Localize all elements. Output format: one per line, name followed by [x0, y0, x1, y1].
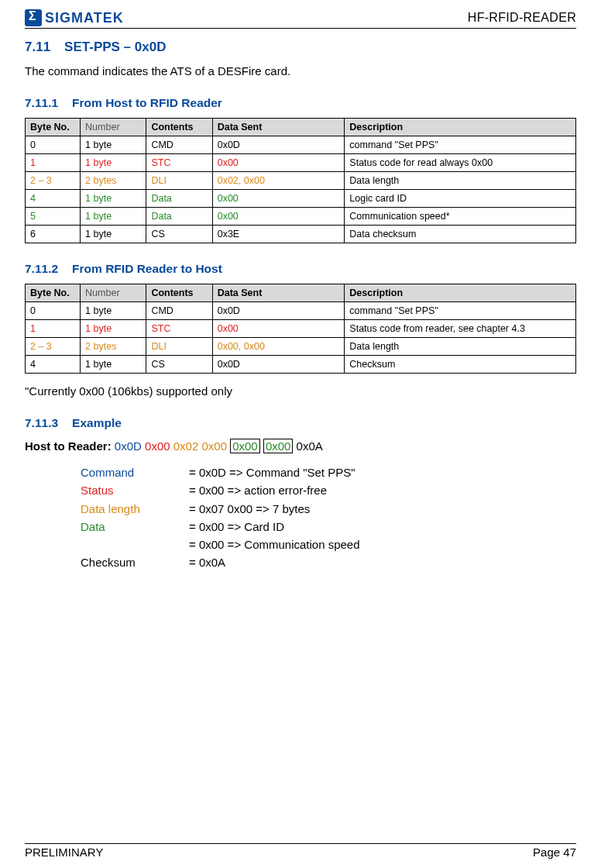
cell-bn: 5	[26, 208, 81, 226]
table-row: 41 byteCS0x0DChecksum	[26, 356, 576, 374]
subsection-number: 7.11.1	[25, 96, 58, 109]
example-line: Host to Reader: 0x0D 0x00 0x02 0x00 0x00…	[25, 439, 576, 453]
host-to-reader-table: Byte No. Number Contents Data Sent Descr…	[25, 118, 576, 243]
cell-num: 1 byte	[81, 320, 146, 338]
cell-ds: 0x02, 0x00	[212, 172, 345, 190]
cell-con: DLI	[146, 172, 212, 190]
table-header-row: Byte No. Number Contents Data Sent Descr…	[26, 119, 576, 136]
legend-data-value2: = 0x00 => Communication speed	[189, 536, 360, 553]
cell-num: 1 byte	[81, 302, 146, 320]
subsection-heading: 7.11.2From RFID Reader to Host	[25, 262, 576, 276]
legend-data-value1: = 0x00 => Card ID	[189, 518, 284, 536]
table-row: 01 byteCMD0x0Dcommand "Set PPS"	[26, 136, 576, 154]
table-row: 2 – 32 bytesDLI0x00, 0x00Data length	[26, 338, 576, 356]
logo: SIGMATEK	[25, 9, 124, 26]
cell-ds: 0x3E	[212, 226, 345, 243]
legend-status-label: Status	[81, 481, 189, 499]
section-heading: 7.11SET-PPS – 0x0D	[25, 40, 576, 55]
footer-right: Page 47	[533, 846, 576, 859]
hex-data1: 0x00	[230, 439, 260, 453]
col-number: Number	[81, 284, 146, 302]
legend-empty-label	[81, 536, 189, 553]
legend-data-label: Data	[81, 518, 189, 536]
subsection-heading: 7.11.1From Host to RFID Reader	[25, 96, 576, 110]
table-row: 11 byteSTC0x00Status code for read alway…	[26, 154, 576, 172]
cell-con: Data	[146, 208, 212, 226]
cell-con: STC	[146, 320, 212, 338]
table-row: 41 byteData0x00Logic card ID	[26, 190, 576, 208]
cell-bn: 0	[26, 302, 81, 320]
subsection-title: From Host to RFID Reader	[72, 96, 222, 109]
cell-bn: 2 – 3	[26, 172, 81, 190]
table-row: 61 byteCS0x3EData checksum	[26, 226, 576, 243]
cell-ds: 0x0D	[212, 356, 345, 374]
cell-desc: Data length	[345, 338, 576, 356]
cell-ds: 0x00	[212, 154, 345, 172]
footer-left: PRELIMINARY	[25, 846, 103, 859]
cell-bn: 4	[26, 356, 81, 374]
cell-ds: 0x00	[212, 320, 345, 338]
col-description: Description	[345, 119, 576, 136]
cell-num: 1 byte	[81, 226, 146, 243]
footnote: "Currently 0x00 (106kbs) supported only	[25, 384, 576, 398]
legend-command-label: Command	[81, 463, 189, 481]
legend-command-value: = 0x0D => Command "Set PPS"	[189, 463, 355, 481]
hex-data2: 0x00	[263, 439, 294, 453]
cell-desc: Logic card ID	[345, 190, 576, 208]
col-description: Description	[345, 284, 576, 302]
legend-datalen-value: = 0x07 0x00 => 7 bytes	[189, 500, 310, 518]
cell-bn: 0	[26, 136, 81, 154]
legend-status-value: = 0x00 => action error-free	[189, 481, 327, 499]
cell-num: 2 bytes	[81, 172, 146, 190]
subsection-title: From RFID Reader to Host	[72, 262, 222, 275]
hex-cmd: 0x0D	[115, 439, 142, 453]
hex-status: 0x00	[145, 439, 170, 453]
legend-row: Data = 0x00 => Card ID	[81, 518, 576, 536]
section-intro: The command indicates the ATS of a DESFi…	[25, 64, 576, 78]
cell-desc: command "Set PPS"	[345, 136, 576, 154]
cell-num: 1 byte	[81, 190, 146, 208]
cell-desc: Checksum	[345, 356, 576, 374]
col-byteno: Byte No.	[26, 284, 81, 302]
section-title: SET-PPS – 0x0D	[64, 40, 166, 54]
page-footer: PRELIMINARY Page 47	[25, 843, 576, 859]
cell-num: 2 bytes	[81, 338, 146, 356]
table-header-row: Byte No. Number Contents Data Sent Descr…	[26, 284, 576, 302]
col-number: Number	[81, 119, 146, 136]
cell-desc: command "Set PPS"	[345, 302, 576, 320]
cell-ds: 0x00, 0x00	[212, 338, 345, 356]
legend-row: Checksum = 0x0A	[81, 553, 576, 571]
hex-cs: 0x0A	[297, 439, 323, 453]
col-contents: Contents	[146, 284, 212, 302]
cell-desc: Communication speed*	[345, 208, 576, 226]
cell-con: STC	[146, 154, 212, 172]
table-row: 51 byteData0x00Communication speed*	[26, 208, 576, 226]
col-byteno: Byte No.	[26, 119, 81, 136]
legend-checksum-value: = 0x0A	[189, 553, 225, 571]
cell-con: Data	[146, 190, 212, 208]
table-row: 11 byteSTC0x00Status code from reader, s…	[26, 320, 576, 338]
legend-checksum-label: Checksum	[81, 553, 189, 571]
subsection-number: 7.11.3	[25, 416, 58, 429]
cell-bn: 1	[26, 320, 81, 338]
cell-bn: 6	[26, 226, 81, 243]
cell-desc: Data checksum	[345, 226, 576, 243]
cell-ds: 0x0D	[212, 136, 345, 154]
reader-to-host-table: Byte No. Number Contents Data Sent Descr…	[25, 284, 576, 374]
cell-desc: Status code for read always 0x00	[345, 154, 576, 172]
cell-bn: 4	[26, 190, 81, 208]
subsection-title: Example	[72, 416, 122, 429]
cell-num: 1 byte	[81, 136, 146, 154]
legend-row: Data length = 0x07 0x00 => 7 bytes	[81, 500, 576, 518]
cell-num: 1 byte	[81, 356, 146, 374]
cell-bn: 2 – 3	[26, 338, 81, 356]
col-contents: Contents	[146, 119, 212, 136]
cell-con: CS	[146, 226, 212, 243]
legend-row: Command = 0x0D => Command "Set PPS"	[81, 463, 576, 481]
section-number: 7.11	[25, 40, 50, 54]
cell-bn: 1	[26, 154, 81, 172]
cell-num: 1 byte	[81, 208, 146, 226]
cell-ds: 0x00	[212, 190, 345, 208]
subsection-heading: 7.11.3Example	[25, 416, 576, 430]
subsection-number: 7.11.2	[25, 262, 58, 275]
